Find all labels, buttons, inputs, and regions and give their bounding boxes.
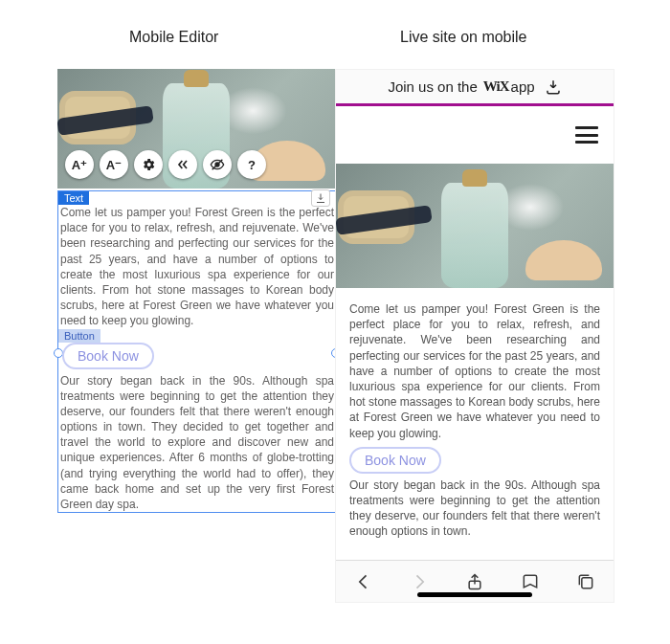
increase-font-icon[interactable]: A⁺ [65,150,94,179]
resize-icon[interactable] [168,150,197,179]
hamburger-icon[interactable] [575,126,598,144]
column-label-live: Live site on mobile [400,29,527,46]
paragraph-2[interactable]: Our story began back in the 90s. Althoug… [58,373,336,513]
svg-rect-3 [582,577,592,588]
button-selection[interactable]: Button Book Now [58,329,154,373]
forward-icon[interactable] [409,571,430,592]
wix-logo: WiX [483,78,509,95]
column-label-editor: Mobile Editor [129,29,218,46]
book-now-button[interactable]: Book Now [62,343,154,369]
paragraph-1: Come let us pamper you! Forest Green is … [336,301,614,441]
tabs-icon[interactable] [575,571,596,592]
hero-image[interactable]: A⁺ A⁻ ? [57,69,337,189]
back-icon[interactable] [353,571,374,592]
text-selection[interactable]: Text Come let us pamper you! Forest Gree… [57,190,337,513]
gear-icon[interactable] [134,150,163,179]
paragraph-2: Our story began back in the 90s. Althoug… [336,477,614,540]
hero-bottle [441,183,508,288]
hero-image [336,164,614,288]
banner-suffix: app [511,78,535,95]
live-panel: Join us on the WiX app Come let us pampe… [335,69,614,603]
share-icon[interactable] [464,571,485,592]
browser-toolbar [336,560,614,602]
eye-off-icon[interactable] [203,150,232,179]
selection-tag-text: Text [58,191,89,205]
editor-panel: A⁺ A⁻ ? Text Come let us pamper [57,69,337,513]
download-icon[interactable] [311,189,330,207]
paragraph-1[interactable]: Come let us pamper you! Forest Green is … [58,191,336,329]
book-now-button[interactable]: Book Now [349,447,441,474]
download-icon[interactable] [545,78,562,96]
home-indicator [417,592,532,597]
site-header [336,106,614,164]
image-edit-toolbar: A⁺ A⁻ ? [65,150,266,179]
help-icon[interactable]: ? [237,150,266,179]
decrease-font-icon[interactable]: A⁻ [100,150,128,179]
banner-prefix: Join us on the [388,78,477,95]
wix-app-banner[interactable]: Join us on the WiX app [336,70,614,106]
bookmarks-icon[interactable] [520,571,541,592]
selection-tag-button: Button [58,329,100,343]
